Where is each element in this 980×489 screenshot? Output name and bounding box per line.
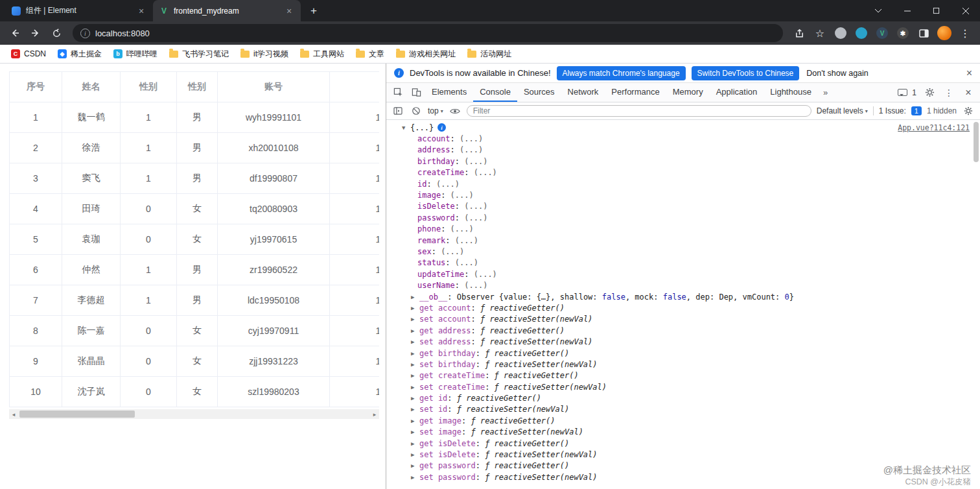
issues-bubble-icon[interactable] <box>898 89 907 96</box>
browser-tab[interactable]: Vfrontend_mydream× <box>153 0 301 21</box>
refresh-icon[interactable] <box>47 23 66 43</box>
new-tab-button[interactable]: + <box>305 2 323 20</box>
expand-caret-icon[interactable]: ▶ <box>411 328 419 334</box>
inspect-element-icon[interactable] <box>389 83 407 102</box>
expand-caret-icon[interactable]: ▶ <box>411 384 419 390</box>
issues-count[interactable]: 1 <box>912 88 916 97</box>
vue-devtools-icon[interactable]: V <box>872 23 892 43</box>
expand-caret-icon[interactable]: ▶ <box>411 294 419 300</box>
bookmark-star-icon[interactable]: ☆ <box>810 23 830 43</box>
bookmark-item[interactable]: it学习视频 <box>236 47 293 62</box>
clear-console-icon[interactable] <box>410 106 423 115</box>
notification-close-icon[interactable]: × <box>966 68 972 78</box>
collapsed-value[interactable]: (...) <box>464 157 487 166</box>
collapsed-value[interactable]: (...) <box>474 168 497 177</box>
address-bar[interactable]: i localhost:8080 <box>73 24 783 42</box>
collapsed-value[interactable]: (...) <box>474 270 497 279</box>
bookmark-item[interactable]: 活动网址 <box>463 47 516 62</box>
console-filter-input[interactable] <box>467 105 811 117</box>
devtools-close-icon[interactable]: × <box>959 87 977 99</box>
share-icon[interactable] <box>789 23 809 43</box>
console-source-link[interactable]: App.vue?11c4:121 <box>898 123 970 132</box>
collapsed-value[interactable]: (...) <box>455 236 478 245</box>
bookmark-item[interactable]: 文章 <box>351 47 389 62</box>
tab-close-icon[interactable]: × <box>284 6 294 16</box>
profile-avatar[interactable] <box>935 23 954 43</box>
devtools-tab-console[interactable]: Console <box>473 83 517 102</box>
bookmark-item[interactable]: b哔哩哔哩 <box>109 47 162 62</box>
devtools-tab-network[interactable]: Network <box>561 83 605 102</box>
live-expression-eye-icon[interactable] <box>449 108 461 115</box>
expand-caret-icon[interactable]: ▶ <box>411 316 419 322</box>
expand-caret-icon[interactable]: ▶ <box>411 339 419 345</box>
expand-caret-icon[interactable]: ▶ <box>411 406 419 412</box>
maximize-icon[interactable] <box>922 0 951 21</box>
collapsed-value[interactable]: (...) <box>450 191 474 200</box>
scroll-left-icon[interactable]: ◂ <box>9 409 18 419</box>
settings-gear-icon[interactable] <box>920 88 939 97</box>
bookmark-item[interactable]: 游戏相关网址 <box>391 47 460 62</box>
tab-close-icon[interactable]: × <box>136 6 146 16</box>
expand-caret-icon[interactable]: ▶ <box>411 429 419 435</box>
hidden-messages-label[interactable]: 1 hidden <box>927 106 957 115</box>
collapsed-value[interactable]: (...) <box>450 224 474 233</box>
devtools-tab-elements[interactable]: Elements <box>425 83 473 102</box>
expand-caret-icon[interactable]: ▶ <box>411 372 419 379</box>
bookmark-item[interactable]: 工具网站 <box>296 47 349 62</box>
collapsed-value[interactable]: (...) <box>455 258 478 267</box>
scrollbar-thumb[interactable] <box>19 411 135 418</box>
switch-chinese-button[interactable]: Switch DevTools to Chinese <box>692 66 800 80</box>
issue-count-chip[interactable]: 1 <box>911 106 922 115</box>
dont-show-again-button[interactable]: Don't show again <box>806 69 869 78</box>
close-window-icon[interactable] <box>951 0 980 21</box>
browser-menu-kebab-icon[interactable]: ⋮ <box>955 23 975 43</box>
expand-caret-icon[interactable]: ▶ <box>411 305 419 311</box>
expand-caret-icon[interactable]: ▼ <box>402 125 410 131</box>
log-levels-dropdown[interactable]: Default levels▾ <box>817 106 868 115</box>
tab-search-icon[interactable] <box>863 0 892 21</box>
collapsed-value[interactable]: (...) <box>464 213 487 222</box>
expand-caret-icon[interactable]: ▶ <box>411 440 419 447</box>
minimize-icon[interactable] <box>892 0 922 21</box>
issue-label[interactable]: 1 Issue: <box>879 106 906 115</box>
console-settings-gear-icon[interactable] <box>962 106 975 115</box>
back-icon[interactable] <box>5 23 25 43</box>
bookmark-item[interactable]: ◆稀土掘金 <box>53 47 106 62</box>
devtools-tab-application[interactable]: Application <box>710 83 764 102</box>
execution-context-selector[interactable]: top▾ <box>428 106 443 115</box>
forward-icon[interactable] <box>26 23 45 43</box>
expand-caret-icon[interactable]: ▶ <box>411 451 419 458</box>
collapsed-value[interactable]: (...) <box>464 281 487 290</box>
devtools-tab-sources[interactable]: Sources <box>517 83 561 102</box>
expand-caret-icon[interactable]: ▶ <box>411 350 419 357</box>
expand-caret-icon[interactable]: ▶ <box>411 474 419 481</box>
bookmark-item[interactable]: 飞书学习笔记 <box>165 47 233 62</box>
extension-icon-1[interactable] <box>831 23 850 43</box>
collapsed-value[interactable]: (...) <box>436 180 460 189</box>
object-preview[interactable]: {...} <box>410 123 434 132</box>
collapsed-value[interactable]: (...) <box>441 247 464 256</box>
device-toolbar-icon[interactable] <box>407 83 425 102</box>
match-language-button[interactable]: Always match Chrome's language <box>557 66 686 80</box>
collapsed-value[interactable]: (...) <box>460 134 483 143</box>
console-vertical-scrollbar[interactable] <box>974 122 979 162</box>
bookmark-item[interactable]: CCSDN <box>6 47 51 60</box>
devtools-tab-performance[interactable]: Performance <box>605 83 666 102</box>
console-sidebar-icon[interactable] <box>391 107 404 115</box>
devtools-tab-lighthouse[interactable]: Lighthouse <box>764 83 818 102</box>
horizontal-scrollbar[interactable]: ◂ ▸ <box>9 409 379 419</box>
collapsed-value[interactable]: (...) <box>460 145 483 154</box>
extension-icon-2[interactable] <box>852 23 871 43</box>
collapsed-value[interactable]: (...) <box>464 202 487 211</box>
more-tabs-icon[interactable]: » <box>818 83 833 102</box>
side-panel-icon[interactable] <box>914 23 933 43</box>
devtools-tab-memory[interactable]: Memory <box>666 83 710 102</box>
site-info-icon[interactable]: i <box>80 29 90 38</box>
expand-caret-icon[interactable]: ▶ <box>411 395 419 401</box>
devtools-menu-kebab-icon[interactable]: ⋮ <box>940 88 958 98</box>
expand-caret-icon[interactable]: ▶ <box>411 418 419 424</box>
expand-caret-icon[interactable]: ▶ <box>411 462 419 469</box>
browser-tab[interactable]: 组件 | Element× <box>5 0 153 21</box>
vue-info-badge-icon[interactable]: i <box>438 123 446 132</box>
expand-caret-icon[interactable]: ▶ <box>411 361 419 368</box>
